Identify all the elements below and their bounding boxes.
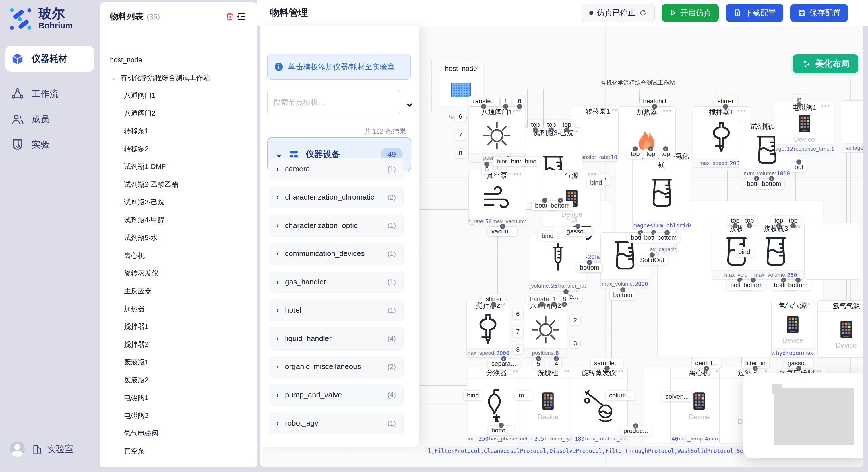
port-chip-8[interactable]: 8›: [559, 294, 569, 304]
port-chip-heatchill[interactable]: heatchill›: [640, 96, 670, 106]
port-dot-icon[interactable]: ›: [620, 287, 625, 293]
tree-item-root[interactable]: host_node: [100, 51, 257, 69]
port-dot-icon[interactable]: ›: [796, 160, 801, 165]
port-chip-transfe-[interactable]: transfe...›: [468, 96, 499, 106]
port-dot-icon[interactable]: ›: [500, 224, 505, 229]
tree-item-7[interactable]: 试剂瓶4-甲醇: [100, 211, 257, 229]
port-chip-8[interactable]: 8›: [515, 96, 525, 106]
tree-item-0[interactable]: 八通阀门1: [100, 87, 257, 104]
port-chip-top[interactable]: top›: [544, 120, 559, 130]
tree-item-1[interactable]: 八通阀门2: [100, 104, 257, 122]
port-chip-top[interactable]: top›: [528, 120, 544, 130]
tree-item-group[interactable]: ⌄有机化学流程综合测试工作站: [100, 69, 257, 87]
port-dot-icon[interactable]: ›: [796, 366, 801, 371]
node-menu-icon[interactable]: •••: [513, 170, 522, 178]
port-chip-top[interactable]: top›: [727, 216, 743, 225]
port-chip-bottom[interactable]: bottom›: [577, 263, 602, 272]
port-chip-stirrer[interactable]: stirrer›: [714, 96, 737, 106]
canvas-node-solid-bottle-3[interactable]: 固体试剂瓶3-氯化镁•••agent: magnesium_chloride p…: [632, 155, 691, 230]
tree-item-5[interactable]: 试剂瓶2-乙酸乙酯: [100, 175, 257, 193]
tree-item-13[interactable]: 搅拌器1: [100, 318, 257, 336]
tree-item-15[interactable]: 废液瓶1: [100, 353, 257, 371]
port-chip-bind[interactable]: bind: [464, 391, 483, 400]
port-chip-4[interactable]: 4›: [551, 359, 561, 369]
port-dot-icon[interactable]: ›: [517, 104, 522, 109]
port-chip-1[interactable]: 1›: [549, 294, 559, 304]
port-dot-icon[interactable]: ›: [704, 366, 709, 371]
tree-item-20[interactable]: 真空泵: [100, 442, 257, 460]
port-chip-bottom[interactable]: bottom›: [785, 280, 811, 290]
avatar[interactable]: [10, 442, 25, 457]
port-chip-bind[interactable]: bind: [538, 231, 557, 241]
port-chip-2[interactable]: 2: [570, 315, 580, 325]
port-chip-botto-[interactable]: botto...›: [488, 426, 514, 435]
node-menu-icon[interactable]: •••: [615, 367, 624, 375]
port-chip-in[interactable]: in›: [793, 95, 805, 104]
template-category-robot_agv[interactable]: ›robot_agv(1): [269, 412, 404, 434]
port-chip-bottom[interactable]: bottom›: [610, 290, 636, 300]
node-menu-icon[interactable]: •••: [663, 107, 672, 115]
canvas-node-h2-source-1[interactable]: 氢气气源•••Device_type: hydrogen max_pre: [771, 300, 814, 358]
port-chip-colum-[interactable]: colum...: [606, 391, 634, 400]
canvas-node-eight-valve-1[interactable]: 八通阀门1•••positions: 8: [468, 106, 525, 163]
sidebar-item-2[interactable]: 成员: [5, 110, 94, 129]
port-dot-icon[interactable]: ›: [587, 260, 592, 265]
collapse-tree-icon[interactable]: [236, 11, 247, 22]
save-config-button[interactable]: 保存配置: [790, 4, 848, 22]
chevron-down-icon[interactable]: ⌄: [405, 96, 414, 109]
port-chip-8[interactable]: 8: [513, 345, 523, 355]
port-dot-icon[interactable]: ›: [633, 423, 639, 429]
node-menu-icon[interactable]: •••: [737, 107, 746, 115]
node-menu-icon[interactable]: •••: [679, 155, 687, 163]
template-category-characterization_optic[interactable]: ›characterization_optic(1): [269, 214, 404, 237]
port-chip-bind[interactable]: bind: [521, 157, 540, 166]
tree-item-18[interactable]: 电磁阀2: [100, 407, 257, 425]
port-chip-1[interactable]: 1›: [501, 96, 511, 106]
port-dot-icon[interactable]: ›: [575, 224, 580, 229]
canvas-node-vacuum-pump[interactable]: 真空泵•••pump_rate: 50 max_vacuum: 0.1: [468, 170, 526, 226]
port-dot-icon[interactable]: ›: [723, 104, 728, 109]
port-chip-gasso-[interactable]: gasso...›: [563, 227, 592, 236]
port-chip-stirrer[interactable]: stirrer›: [482, 294, 505, 304]
port-dot-icon[interactable]: ›: [663, 146, 668, 151]
port-dot-icon[interactable]: ›: [551, 302, 557, 307]
tree-item-12[interactable]: 加热器: [100, 300, 257, 318]
canvas-node-solenoid-1[interactable]: 电磁阀1•••Devicevoltage: 12 response_time: …: [775, 102, 834, 154]
port-dot-icon[interactable]: ›: [769, 176, 774, 181]
port-dot-icon[interactable]: ›: [503, 104, 508, 109]
sidebar-item-3[interactable]: 实验: [5, 135, 94, 154]
port-dot-icon[interactable]: ›: [795, 278, 801, 283]
tree-item-16[interactable]: 废液瓶2: [100, 371, 257, 389]
port-chip-filter-in[interactable]: filter_in›: [742, 359, 769, 368]
sidebar-item-lab[interactable]: 实验室: [32, 443, 74, 455]
port-chip-bottom[interactable]: bottom›: [654, 233, 680, 243]
port-chip-top[interactable]: top›: [742, 216, 757, 225]
port-chip-bottom[interactable]: bottom›: [547, 201, 573, 210]
port-chip-6[interactable]: 6: [513, 309, 523, 319]
port-chip-7[interactable]: 7: [455, 130, 466, 140]
template-category-gas_handler[interactable]: ›gas_handler(1): [269, 271, 404, 293]
canvas-node-rotovap[interactable]: 旋转蒸发仪•••temp: 180 max_rotation_speed:: [570, 367, 628, 443]
sidebar-item-1[interactable]: 工作流: [5, 85, 94, 103]
port-chip-sample-[interactable]: sample...›: [591, 359, 623, 368]
canvas-node-solenoid-2[interactable]: voltage: 12: [842, 100, 863, 153]
port-dot-icon[interactable]: ›: [650, 252, 655, 258]
port-chip-top[interactable]: top›: [643, 149, 659, 159]
delete-icon[interactable]: [224, 11, 236, 22]
canvas-node-eight-valve-2[interactable]: 八通阀门2•••positions: 8: [524, 300, 567, 358]
port-chip-vacuu-[interactable]: vacuu...›: [488, 227, 517, 236]
tree-item-3[interactable]: 转移泵2: [100, 140, 257, 158]
port-chip-top[interactable]: top›: [559, 120, 575, 130]
port-dot-icon[interactable]: ›: [648, 146, 653, 151]
port-dot-icon[interactable]: ›: [536, 356, 541, 361]
port-chip-3[interactable]: 3: [570, 338, 580, 348]
tree-item-11[interactable]: 主反应器: [100, 282, 257, 300]
port-chip-8[interactable]: 8: [455, 148, 466, 158]
node-menu-icon[interactable]: •••: [471, 63, 479, 71]
canvas-node-transfer-pump-2[interactable]: max_volume: 25 transfer_rate: 10: [530, 234, 586, 291]
port-chip-top[interactable]: top›: [771, 216, 787, 225]
port-dot-icon[interactable]: ›: [664, 230, 670, 235]
port-dot-icon[interactable]: ›: [542, 198, 547, 203]
port-dot-icon[interactable]: ›: [797, 102, 802, 107]
tree-item-6[interactable]: 试剂瓶3-己烷: [100, 193, 257, 211]
